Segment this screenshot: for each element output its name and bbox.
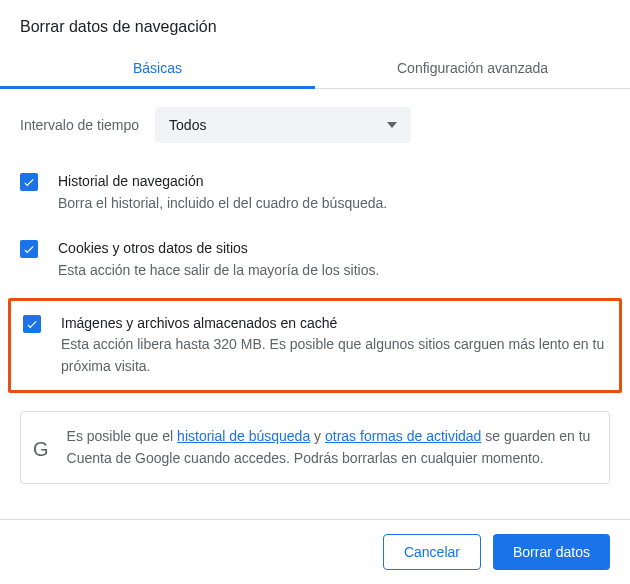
dialog-title: Borrar datos de navegación — [0, 0, 630, 50]
dialog-footer: Cancelar Borrar datos — [0, 519, 630, 584]
item-text: Cookies y otros datos de sitios Esta acc… — [58, 238, 610, 281]
info-text-mid: y — [310, 428, 325, 444]
google-logo-icon: G — [33, 426, 49, 465]
time-range-row: Intervalo de tiempo Todos — [0, 89, 630, 149]
item-cookies: Cookies y otros datos de sitios Esta acc… — [8, 226, 622, 293]
tab-advanced[interactable]: Configuración avanzada — [315, 50, 630, 88]
tabs: Básicas Configuración avanzada — [0, 50, 630, 89]
check-icon — [25, 317, 39, 331]
tab-basic[interactable]: Básicas — [0, 50, 315, 88]
item-desc: Borra el historial, incluido el del cuad… — [58, 193, 610, 215]
check-icon — [22, 175, 36, 189]
clear-browsing-data-dialog: Borrar datos de navegación Básicas Confi… — [0, 0, 630, 584]
cancel-button[interactable]: Cancelar — [383, 534, 481, 570]
item-text: Imágenes y archivos almacenados en caché… — [61, 313, 607, 378]
item-desc: Esta acción libera hasta 320 MB. Es posi… — [61, 334, 607, 377]
checkbox-browsing-history[interactable] — [20, 173, 38, 191]
clear-data-button[interactable]: Borrar datos — [493, 534, 610, 570]
item-cached-images: Imágenes y archivos almacenados en caché… — [8, 298, 622, 393]
item-title: Historial de navegación — [58, 171, 610, 193]
checkbox-cached-images[interactable] — [23, 315, 41, 333]
google-account-info: G Es posible que el historial de búsqued… — [20, 411, 610, 484]
item-title: Cookies y otros datos de sitios — [58, 238, 610, 260]
chevron-down-icon — [387, 122, 397, 128]
item-browsing-history: Historial de navegación Borra el histori… — [8, 159, 622, 226]
time-range-select[interactable]: Todos — [155, 107, 411, 143]
check-icon — [22, 242, 36, 256]
link-search-history[interactable]: historial de búsqueda — [177, 428, 310, 444]
time-range-value: Todos — [169, 117, 206, 133]
info-text: Es posible que el historial de búsqueda … — [67, 426, 593, 469]
time-range-label: Intervalo de tiempo — [20, 117, 139, 133]
items-list: Historial de navegación Borra el histori… — [0, 149, 630, 393]
item-desc: Esta acción te hace salir de la mayoría … — [58, 260, 610, 282]
scroll-area[interactable]: Intervalo de tiempo Todos Historial de n… — [0, 89, 630, 519]
checkbox-cookies[interactable] — [20, 240, 38, 258]
item-text: Historial de navegación Borra el histori… — [58, 171, 610, 214]
info-text-pre: Es posible que el — [67, 428, 178, 444]
item-title: Imágenes y archivos almacenados en caché — [61, 313, 607, 335]
link-other-activity[interactable]: otras formas de actividad — [325, 428, 481, 444]
